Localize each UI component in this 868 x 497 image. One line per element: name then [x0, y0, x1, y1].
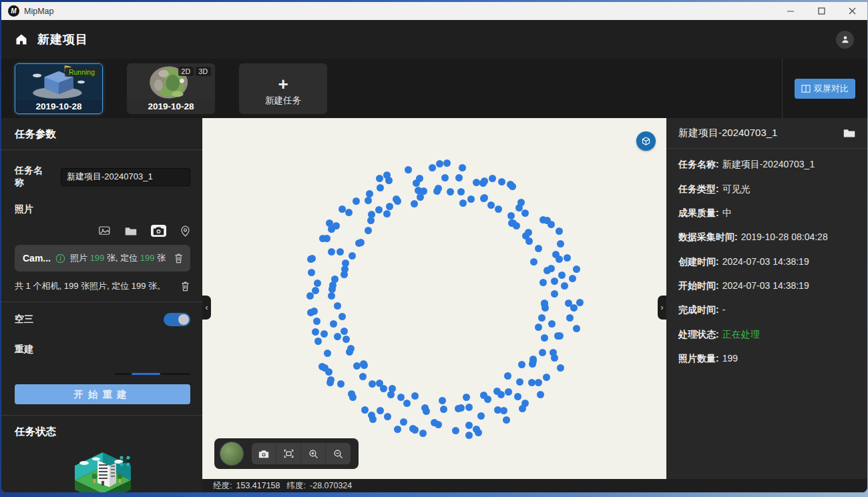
- camera-point[interactable]: [342, 260, 349, 267]
- dual-screen-compare-button[interactable]: 双屏对比: [795, 79, 855, 99]
- collapse-sidebar-handle[interactable]: ‹: [202, 296, 211, 320]
- camera-point[interactable]: [343, 336, 350, 343]
- info-icon[interactable]: [55, 254, 65, 264]
- camera-point[interactable]: [564, 254, 571, 262]
- camera-point[interactable]: [548, 265, 555, 272]
- camera-point[interactable]: [436, 160, 443, 167]
- camera-point[interactable]: [452, 427, 459, 434]
- camera-point[interactable]: [331, 276, 339, 283]
- camera-point[interactable]: [537, 391, 544, 398]
- camera-point[interactable]: [477, 412, 485, 420]
- add-images-icon[interactable]: [99, 225, 111, 236]
- camera-point[interactable]: [312, 287, 319, 294]
- camera-point[interactable]: [557, 364, 564, 372]
- camera-point[interactable]: [494, 406, 501, 414]
- camera-point[interactable]: [411, 200, 418, 207]
- camera-point[interactable]: [337, 380, 345, 388]
- camera-point[interactable]: [475, 429, 482, 436]
- camera-point[interactable]: [361, 406, 369, 414]
- view-3d-toggle-button[interactable]: [636, 131, 656, 151]
- camera-point[interactable]: [355, 239, 363, 247]
- camera-point[interactable]: [463, 394, 470, 401]
- camera-point[interactable]: [514, 393, 521, 400]
- map-viewport[interactable]: ‹ ›: [202, 118, 666, 479]
- camera-point[interactable]: [377, 184, 384, 191]
- camera-point[interactable]: [519, 405, 526, 412]
- camera-point[interactable]: [541, 304, 549, 312]
- camera-point[interactable]: [365, 197, 372, 204]
- camera-point[interactable]: [387, 391, 395, 398]
- camera-point[interactable]: [573, 325, 580, 332]
- camera-group-row[interactable]: Cam... 照片 199 张, 定位 199 张: [15, 245, 190, 272]
- delete-camera-icon[interactable]: [174, 253, 184, 264]
- camera-point[interactable]: [313, 318, 320, 325]
- camera-point[interactable]: [394, 197, 401, 205]
- camera-point[interactable]: [557, 240, 564, 247]
- camera-point[interactable]: [353, 197, 360, 205]
- camera-point[interactable]: [465, 422, 473, 429]
- camera-point[interactable]: [312, 328, 319, 336]
- camera-point[interactable]: [365, 227, 372, 234]
- task-card-completed[interactable]: 2D 3D 2019-10-28: [127, 63, 215, 114]
- user-avatar[interactable]: [836, 31, 854, 49]
- photo-preview-thumbnail[interactable]: [220, 442, 244, 466]
- camera-point[interactable]: [339, 313, 346, 320]
- camera-point[interactable]: [538, 314, 546, 322]
- camera-point[interactable]: [535, 324, 542, 331]
- camera-point[interactable]: [528, 379, 535, 386]
- camera-point[interactable]: [443, 159, 451, 167]
- camera-point[interactable]: [405, 166, 412, 173]
- camera-point[interactable]: [369, 380, 376, 388]
- camera-point[interactable]: [548, 221, 555, 228]
- camera-point[interactable]: [517, 199, 525, 206]
- close-button[interactable]: [837, 2, 867, 20]
- camera-point[interactable]: [498, 178, 505, 185]
- camera-point[interactable]: [397, 394, 405, 401]
- camera-point[interactable]: [566, 314, 574, 322]
- camera-point[interactable]: [333, 222, 340, 229]
- camera-point[interactable]: [341, 328, 348, 335]
- camera-point[interactable]: [457, 188, 465, 195]
- camera-point[interactable]: [447, 188, 454, 195]
- camera-point[interactable]: [569, 275, 576, 282]
- maximize-button[interactable]: [806, 2, 837, 20]
- collapse-panel-handle[interactable]: ›: [658, 296, 666, 320]
- camera-point[interactable]: [439, 397, 446, 404]
- camera-point[interactable]: [403, 400, 411, 407]
- open-folder-icon[interactable]: [843, 128, 855, 138]
- camera-point[interactable]: [551, 354, 558, 362]
- camera-point[interactable]: [334, 302, 341, 310]
- camera-point[interactable]: [489, 175, 496, 182]
- camera-point[interactable]: [389, 385, 396, 392]
- camera-point[interactable]: [529, 360, 536, 368]
- camera-point[interactable]: [535, 245, 542, 252]
- camera-point[interactable]: [484, 396, 491, 403]
- camera-point[interactable]: [420, 187, 427, 195]
- camera-point[interactable]: [376, 175, 383, 182]
- camera-point[interactable]: [459, 199, 467, 207]
- task-name-input[interactable]: [61, 168, 190, 186]
- camera-point[interactable]: [548, 320, 556, 328]
- camera-point[interactable]: [551, 278, 558, 285]
- camera-point[interactable]: [539, 279, 547, 286]
- camera-point[interactable]: [411, 426, 419, 434]
- camera-point[interactable]: [556, 332, 564, 340]
- camera-point[interactable]: [507, 212, 515, 219]
- camera-point[interactable]: [455, 174, 463, 181]
- camera-point[interactable]: [349, 394, 357, 401]
- camera-point[interactable]: [516, 378, 523, 386]
- camera-point[interactable]: [323, 235, 331, 242]
- camera-point[interactable]: [341, 271, 348, 278]
- camera-point[interactable]: [556, 227, 563, 235]
- camera-point[interactable]: [314, 338, 322, 345]
- camera-point[interactable]: [525, 237, 533, 245]
- camera-point[interactable]: [306, 292, 314, 300]
- camera-point[interactable]: [495, 205, 502, 213]
- camera-point[interactable]: [400, 418, 407, 426]
- camera-point[interactable]: [455, 405, 462, 412]
- camera-point[interactable]: [330, 320, 337, 328]
- zoom-out-button[interactable]: [326, 443, 351, 464]
- camera-point[interactable]: [525, 229, 532, 236]
- camera-point[interactable]: [481, 194, 488, 201]
- add-folder-icon[interactable]: [125, 226, 137, 236]
